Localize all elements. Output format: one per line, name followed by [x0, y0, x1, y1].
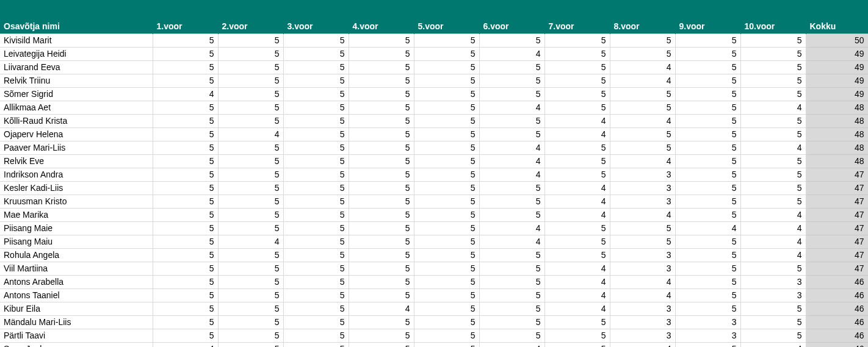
round-score: 5 [414, 288, 479, 302]
round-score: 5 [349, 168, 414, 181]
table-row: Liivarand Eeva555555545549 [0, 60, 868, 74]
round-score: 4 [479, 141, 544, 154]
table-row: Mändalu Mari-Liis555555533546 [0, 315, 868, 329]
round-score: 5 [283, 208, 349, 221]
round-score: 5 [544, 248, 610, 262]
round-score: 5 [544, 47, 610, 60]
round-score: 5 [153, 127, 218, 141]
round-score: 5 [349, 248, 414, 262]
round-score: 4 [544, 275, 610, 288]
round-score: 5 [414, 87, 479, 101]
round-score: 5 [283, 141, 349, 154]
round-score: 5 [283, 315, 349, 329]
round-score: 5 [544, 74, 610, 87]
round-score: 5 [740, 168, 806, 181]
round-score: 5 [610, 235, 675, 248]
round-score: 4 [544, 262, 610, 275]
round-score: 3 [610, 248, 675, 262]
round-score: 5 [349, 154, 414, 168]
participant-name: Kõlli-Raud Krista [0, 114, 153, 127]
round-score: 5 [544, 60, 610, 74]
table-row: Kivisild Marit555555555550 [0, 34, 868, 47]
total-score: 49 [806, 47, 868, 60]
round-score: 4 [479, 101, 544, 114]
round-score: 5 [610, 141, 675, 154]
round-score: 5 [218, 288, 283, 302]
round-score: 5 [675, 127, 740, 141]
participant-name: Piisang Maiu [0, 235, 153, 248]
round-score: 5 [740, 74, 806, 87]
round-score: 5 [283, 127, 349, 141]
round-score: 4 [479, 342, 544, 347]
round-score: 4 [479, 235, 544, 248]
table-row: Relvik Eve555554545548 [0, 154, 868, 168]
round-score: 5 [283, 47, 349, 60]
round-score: 5 [218, 315, 283, 329]
header-total: Kokku [806, 0, 868, 34]
round-score: 5 [479, 114, 544, 127]
round-score: 5 [479, 60, 544, 74]
round-score: 5 [283, 195, 349, 208]
round-score: 5 [349, 315, 414, 329]
total-score: 47 [806, 235, 868, 248]
round-score: 5 [218, 74, 283, 87]
round-score: 5 [414, 221, 479, 235]
total-score: 46 [806, 329, 868, 342]
participant-name: Antons Arabella [0, 275, 153, 288]
round-score: 5 [153, 302, 218, 315]
round-score: 5 [283, 302, 349, 315]
participant-name: Relvik Eve [0, 154, 153, 168]
round-score: 5 [740, 127, 806, 141]
table-row: Sepp Jaak455554545446 [0, 342, 868, 347]
table-row: Leivategija Heidi555554555549 [0, 47, 868, 60]
round-score: 5 [153, 315, 218, 329]
round-score: 5 [479, 74, 544, 87]
round-score: 5 [414, 275, 479, 288]
round-score: 5 [218, 221, 283, 235]
participant-name: Kesler Kadi-Liis [0, 181, 153, 195]
round-score: 5 [218, 329, 283, 342]
header-row: Osavõtja nimi 1.voor 2.voor 3.voor 4.voo… [0, 0, 868, 34]
round-score: 5 [479, 275, 544, 288]
round-score: 3 [610, 181, 675, 195]
table-row: Mae Marika555555445447 [0, 208, 868, 221]
participant-name: Pärtli Taavi [0, 329, 153, 342]
round-score: 3 [610, 315, 675, 329]
table-row: Kibur Eila555455435546 [0, 302, 868, 315]
round-score: 5 [675, 87, 740, 101]
round-score: 4 [610, 114, 675, 127]
round-score: 5 [414, 101, 479, 114]
round-score: 5 [740, 114, 806, 127]
round-score: 4 [544, 288, 610, 302]
round-score: 5 [349, 74, 414, 87]
header-round-6: 6.voor [479, 0, 544, 34]
total-score: 46 [806, 302, 868, 315]
round-score: 5 [349, 329, 414, 342]
round-score: 5 [283, 74, 349, 87]
round-score: 5 [218, 47, 283, 60]
participant-name: Kibur Eila [0, 302, 153, 315]
round-score: 5 [283, 168, 349, 181]
header-round-3: 3.voor [283, 0, 349, 34]
round-score: 5 [544, 34, 610, 47]
round-score: 5 [414, 114, 479, 127]
round-score: 5 [675, 302, 740, 315]
round-score: 5 [414, 342, 479, 347]
total-score: 48 [806, 114, 868, 127]
round-score: 5 [218, 302, 283, 315]
round-score: 5 [675, 154, 740, 168]
header-round-4: 4.voor [349, 0, 414, 34]
round-score: 5 [610, 101, 675, 114]
total-score: 47 [806, 181, 868, 195]
round-score: 3 [610, 302, 675, 315]
round-score: 5 [349, 127, 414, 141]
round-score: 5 [218, 208, 283, 221]
table-row: Antons Arabella555555445346 [0, 275, 868, 288]
round-score: 4 [349, 302, 414, 315]
round-score: 4 [544, 114, 610, 127]
round-score: 4 [675, 221, 740, 235]
round-score: 5 [414, 208, 479, 221]
round-score: 4 [740, 208, 806, 221]
round-score: 5 [675, 47, 740, 60]
participant-name: Rohula Angela [0, 248, 153, 262]
